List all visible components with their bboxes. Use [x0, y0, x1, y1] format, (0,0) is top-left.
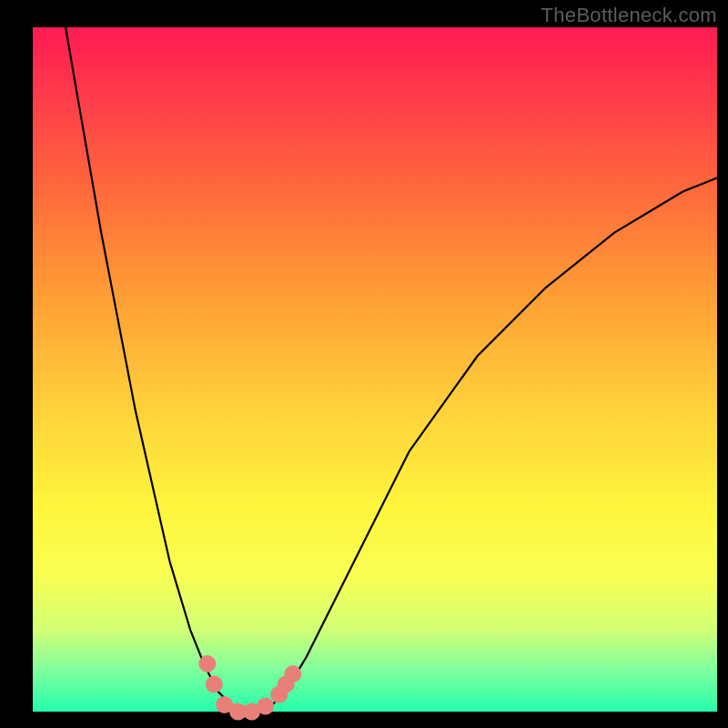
marker-dot [198, 655, 216, 672]
watermark-text: TheBottleneck.com [541, 4, 717, 27]
chart-frame: TheBottleneck.com [0, 0, 728, 728]
chart-overlay [33, 27, 717, 712]
marker-dot [257, 698, 274, 715]
marker-dot [284, 665, 301, 682]
bottleneck-curve [66, 27, 717, 712]
marker-dot [206, 675, 223, 693]
marker-group [198, 655, 301, 721]
